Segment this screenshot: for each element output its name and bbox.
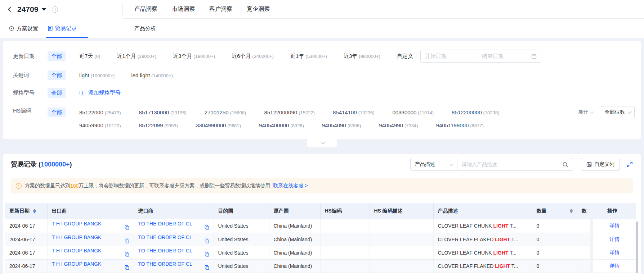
- filter-all-chip[interactable]: 全部: [48, 108, 66, 117]
- detail-link[interactable]: 详情: [609, 223, 620, 228]
- date-range-picker[interactable]: 开始日期 → 结束日期: [420, 50, 541, 63]
- warning-icon: !: [16, 183, 22, 189]
- digits-select[interactable]: 全部位数: [601, 106, 635, 118]
- filter-option[interactable]: 近6个月(340000+): [232, 53, 274, 60]
- filter-option[interactable]: 85122000090(15222): [264, 109, 315, 115]
- filter-option[interactable]: 近3个月(190000+): [173, 53, 215, 60]
- add-spec-button[interactable]: 添加规格型号: [79, 90, 121, 96]
- filter-all-chip[interactable]: 全部: [48, 70, 66, 80]
- tab-product-insight[interactable]: 产品洞察: [134, 5, 157, 13]
- expand-button[interactable]: 展开: [578, 109, 593, 115]
- filter-option[interactable]: 3304990000(9681): [196, 122, 241, 128]
- vertical-scrollbar-thumb[interactable]: [636, 222, 638, 273]
- filter-option[interactable]: 00330000(11014): [393, 109, 434, 115]
- copy-icon[interactable]: [125, 265, 129, 271]
- option-count: (6877): [470, 123, 484, 128]
- tab-market-insight[interactable]: 市场洞察: [172, 5, 195, 13]
- cell-destination: United States: [214, 219, 269, 233]
- search-field-value: 产品描述: [415, 161, 435, 168]
- cell-importer: TO THE ORDER OF CL: [134, 219, 214, 233]
- filter-option[interactable]: 94054090(8306): [322, 122, 361, 128]
- copy-icon[interactable]: [205, 238, 209, 245]
- copy-icon[interactable]: [125, 252, 129, 258]
- importer-link[interactable]: TO THE ORDER OF CL: [138, 221, 192, 227]
- filter-option[interactable]: 9405400000(8326): [259, 122, 304, 128]
- filter-option[interactable]: 85414100(13235): [333, 109, 375, 115]
- detail-link[interactable]: 详情: [609, 263, 620, 269]
- search-input[interactable]: [462, 161, 562, 167]
- exporter-link[interactable]: T H I GROUP BANGK: [52, 221, 102, 227]
- importer-link[interactable]: TO THE ORDER OF CL: [138, 261, 192, 267]
- copy-icon[interactable]: [205, 265, 209, 271]
- filter-option[interactable]: 近1年(530000+): [290, 53, 327, 60]
- filter-option[interactable]: 27101250(15808): [205, 109, 246, 115]
- table-settings-icon: [586, 162, 592, 167]
- detail-link[interactable]: 详情: [609, 236, 620, 242]
- filter-option[interactable]: 94054990(7334): [379, 122, 418, 128]
- copy-icon[interactable]: [205, 225, 209, 231]
- tab-customer-insight[interactable]: 客户洞察: [209, 5, 232, 13]
- filter-option[interactable]: 85122099(9959): [139, 122, 178, 128]
- option-text: 近6个月: [232, 53, 251, 60]
- option-text: 94054990: [379, 122, 403, 128]
- option-count: (980000+): [359, 54, 380, 59]
- table-header-row: 更新日期 出口商 进口商 目的国 原产国 HS编码 HS 编码描述 产品描述 数…: [5, 203, 636, 219]
- copy-icon[interactable]: [205, 252, 209, 258]
- filter-all-chip[interactable]: 全部: [48, 51, 66, 61]
- cell-origin: China (Mainland): [269, 246, 320, 259]
- option-text: 近7天: [79, 53, 93, 60]
- fullscreen-icon[interactable]: [626, 161, 633, 168]
- exporter-link[interactable]: T H I GROUP BANGK: [52, 261, 102, 267]
- custom-range-option[interactable]: 自定义: [397, 53, 413, 60]
- filter-option[interactable]: 近7天(0): [79, 53, 100, 60]
- filter-option[interactable]: 近3年(980000+): [344, 53, 380, 60]
- filter-option[interactable]: light(1000000+): [79, 72, 115, 78]
- cell-update-date: 2024-06-17: [5, 219, 47, 233]
- title-caret-icon[interactable]: [42, 8, 46, 11]
- tab-competitor-insight[interactable]: 竞企洞察: [247, 5, 270, 13]
- option-text: 9405400000: [259, 122, 289, 128]
- range-arrow-icon: →: [474, 54, 479, 59]
- tab-plan-settings[interactable]: 方案设置: [9, 25, 38, 32]
- option-count: (190000+): [193, 54, 215, 59]
- filter-option[interactable]: 94059900(10120): [79, 122, 121, 128]
- back-icon[interactable]: [8, 7, 13, 12]
- customize-columns-button[interactable]: 自定义列: [581, 158, 620, 171]
- collapse-filters-button[interactable]: [307, 139, 337, 148]
- copy-icon[interactable]: [125, 238, 129, 245]
- option-text: 85122000090: [264, 109, 297, 115]
- tab-label: 方案设置: [17, 25, 38, 32]
- chevron-down-icon: [590, 110, 594, 114]
- option-text: 8512200000: [452, 109, 482, 115]
- filter-option[interactable]: 8512200000(10238): [452, 109, 499, 115]
- info-icon[interactable]: !: [52, 6, 58, 13]
- copy-icon[interactable]: [125, 225, 129, 231]
- cell-origin: China (Mainland): [269, 219, 320, 233]
- search-field-select[interactable]: 产品描述: [411, 158, 457, 170]
- option-count: (8326): [290, 123, 304, 128]
- option-count: (15222): [299, 110, 315, 115]
- filter-all-chip[interactable]: 全部: [48, 88, 66, 98]
- exporter-link[interactable]: T H I GROUP BANGK: [52, 234, 102, 240]
- topbar-right: 产品洞察 市场洞察 客户洞察 竞企洞察 产品分析: [123, 0, 644, 38]
- filter-option[interactable]: led light(140000+): [131, 72, 173, 78]
- importer-link[interactable]: TO THE ORDER OF CL: [138, 234, 192, 240]
- importer-link[interactable]: TO THE ORDER OF CL: [138, 248, 192, 254]
- sort-update-date[interactable]: [33, 209, 36, 213]
- filter-option[interactable]: 近1个月(29000+): [117, 53, 156, 60]
- tab-trade-records[interactable]: 贸易记录: [48, 25, 77, 32]
- exporter-link[interactable]: T H I GROUP BANGK: [52, 248, 102, 254]
- detail-link[interactable]: 详情: [609, 250, 620, 255]
- filter-option[interactable]: 85122000(25479): [79, 109, 121, 115]
- tab-product-analysis[interactable]: 产品分析: [134, 25, 156, 32]
- contact-support-link[interactable]: 联系在线客服 >: [273, 183, 308, 189]
- cell-actions: 详情: [593, 259, 636, 273]
- hs-code-options: 85122000(25479)8517130000(23196)27101250…: [79, 106, 499, 132]
- col-destination: 目的国: [214, 203, 269, 219]
- filter-option[interactable]: 8517130000(23196): [139, 109, 187, 115]
- option-text: 近3个月: [173, 53, 192, 60]
- sort-quantity[interactable]: [570, 209, 573, 213]
- filter-option[interactable]: 94051199000(6877): [436, 122, 484, 128]
- calendar-icon: [531, 54, 537, 59]
- search-icon[interactable]: [562, 161, 568, 168]
